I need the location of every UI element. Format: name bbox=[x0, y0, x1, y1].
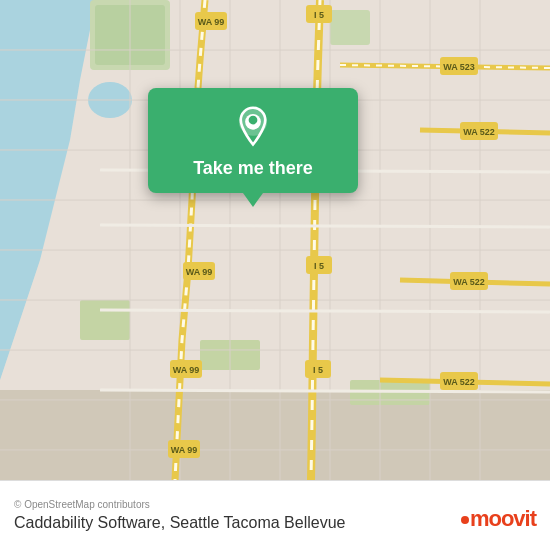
svg-text:WA 522: WA 522 bbox=[463, 127, 495, 137]
svg-point-60 bbox=[249, 116, 258, 125]
take-me-there-button[interactable]: Take me there bbox=[193, 158, 313, 179]
bottom-bar: © OpenStreetMap contributors Caddability… bbox=[0, 480, 550, 550]
moovit-logo: moovit bbox=[461, 506, 536, 532]
svg-text:WA 99: WA 99 bbox=[173, 365, 200, 375]
svg-text:I 5: I 5 bbox=[314, 10, 324, 20]
svg-rect-6 bbox=[0, 390, 550, 480]
osm-attribution: © OpenStreetMap contributors bbox=[14, 499, 536, 510]
svg-rect-4 bbox=[330, 10, 370, 45]
svg-text:WA 99: WA 99 bbox=[186, 267, 213, 277]
svg-text:WA 522: WA 522 bbox=[453, 277, 485, 287]
map-svg: WA 99 WA 99 WA 99 WA 99 I 5 I 5 I 5 WA 5… bbox=[0, 0, 550, 480]
svg-text:I 5: I 5 bbox=[314, 261, 324, 271]
location-title: Caddability Software, Seattle Tacoma Bel… bbox=[14, 514, 536, 532]
popup-card[interactable]: Take me there bbox=[148, 88, 358, 193]
svg-text:WA 523: WA 523 bbox=[443, 62, 475, 72]
svg-line-56 bbox=[100, 310, 550, 312]
map-view: WA 99 WA 99 WA 99 WA 99 I 5 I 5 I 5 WA 5… bbox=[0, 0, 550, 480]
svg-text:I 5: I 5 bbox=[313, 365, 323, 375]
svg-text:WA 99: WA 99 bbox=[171, 445, 198, 455]
svg-line-55 bbox=[100, 225, 550, 227]
svg-text:WA 522: WA 522 bbox=[443, 377, 475, 387]
location-pin-icon bbox=[232, 106, 274, 148]
svg-rect-9 bbox=[80, 300, 130, 340]
svg-line-57 bbox=[100, 390, 550, 392]
svg-text:WA 99: WA 99 bbox=[198, 17, 225, 27]
